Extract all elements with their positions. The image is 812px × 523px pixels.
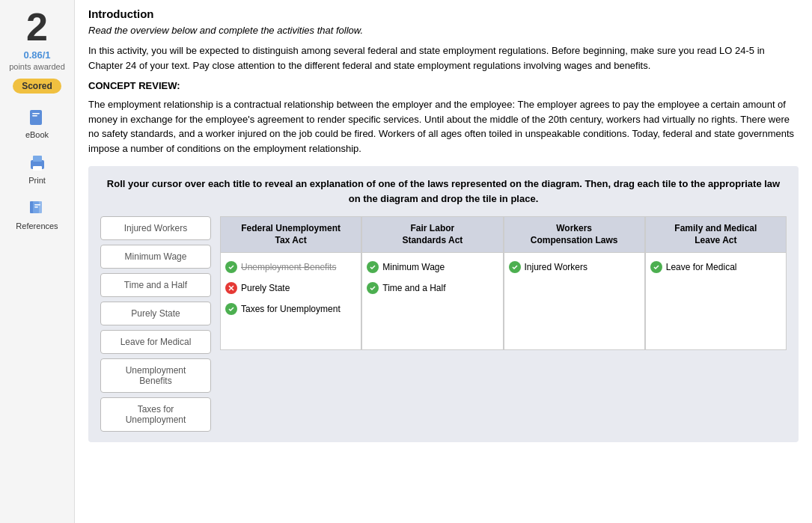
svg-rect-8 xyxy=(34,204,40,206)
drop-item-unemployment-benefits: Unemployment Benefits xyxy=(225,259,356,275)
ebook-icon xyxy=(26,107,47,128)
print-icon xyxy=(27,153,48,174)
item-text-leave-for-medical: Leave for Medical xyxy=(666,262,737,272)
check-icon-taxes-for-unemployment xyxy=(225,303,237,315)
tile-injured-workers[interactable]: Injured Workers xyxy=(100,216,211,240)
check-icon-time-and-a-half xyxy=(367,282,379,294)
col-family-medical: Family and MedicalLeave Act Leave for Me… xyxy=(645,216,787,350)
tile-time-and-a-half[interactable]: Time and a Half xyxy=(100,273,211,297)
intro-subtitle: Read the overview below and complete the… xyxy=(88,25,799,36)
drop-item-minimum-wage: Minimum Wage xyxy=(367,259,498,275)
item-text-injured-workers: Injured Workers xyxy=(525,262,587,272)
drop-item-time-and-a-half: Time and a Half xyxy=(367,280,498,296)
svg-rect-2 xyxy=(32,115,37,117)
drop-item-purely-state: Purely State xyxy=(225,280,356,296)
drop-item-taxes-for-unemployment: Taxes for Unemployment xyxy=(225,301,356,317)
item-text-minimum-wage: Minimum Wage xyxy=(382,262,445,272)
tile-taxes-for-unemployment[interactable]: Taxes for Unemployment xyxy=(100,397,211,432)
col-header-workers-comp: WorkersCompensation Laws xyxy=(504,216,645,253)
ebook-button[interactable]: eBook xyxy=(25,107,49,139)
col-header-fair-labor: Fair LaborStandards Act xyxy=(361,216,503,253)
scored-badge: Scored xyxy=(13,79,61,94)
check-icon-leave-for-medical xyxy=(650,261,662,273)
tile-unemployment-benefits[interactable]: Unemployment Benefits xyxy=(100,358,211,393)
col-workers-comp: WorkersCompensation Laws Injured Workers xyxy=(504,216,645,350)
item-text-time-and-a-half: Time and a Half xyxy=(382,283,445,293)
item-text-unemployment-benefits: Unemployment Benefits xyxy=(241,262,336,272)
svg-rect-5 xyxy=(33,166,42,171)
svg-rect-0 xyxy=(30,110,42,125)
col-header-federal-unemployment: Federal UnemploymentTax Act xyxy=(220,216,361,253)
check-icon-injured-workers xyxy=(509,261,521,273)
references-icon xyxy=(26,198,47,219)
col-body-fair-labor[interactable]: Minimum Wage Time and a Half xyxy=(361,253,503,350)
svg-rect-9 xyxy=(34,207,38,208)
check-icon-minimum-wage xyxy=(367,261,379,273)
points-label: points awarded xyxy=(9,62,65,71)
activity-main: Injured Workers Minimum Wage Time and a … xyxy=(100,216,787,432)
activity-box: Roll your cursor over each title to reve… xyxy=(88,166,799,442)
print-button[interactable]: Print xyxy=(27,153,48,185)
col-federal-unemployment: Federal UnemploymentTax Act Unemployment… xyxy=(220,216,361,350)
tiles-column: Injured Workers Minimum Wage Time and a … xyxy=(100,216,211,432)
diagram-columns: Federal UnemploymentTax Act Unemployment… xyxy=(220,216,787,350)
intro-body: In this activity, you will be expected t… xyxy=(88,43,799,73)
svg-rect-1 xyxy=(32,113,40,114)
references-button[interactable]: References xyxy=(16,198,58,230)
print-label: Print xyxy=(28,176,46,185)
x-icon-purely-state xyxy=(225,282,237,294)
drop-item-injured-workers: Injured Workers xyxy=(509,259,640,275)
tile-minimum-wage[interactable]: Minimum Wage xyxy=(100,245,211,269)
col-header-family-medical: Family and MedicalLeave Act xyxy=(645,216,787,253)
main-content: Introduction Read the overview below and… xyxy=(75,0,812,523)
col-body-federal-unemployment[interactable]: Unemployment Benefits Purely State xyxy=(220,253,361,350)
concept-review-label: CONCEPT REVIEW: xyxy=(88,80,799,91)
references-label: References xyxy=(16,221,58,230)
sidebar: 2 0.86/1 points awarded Scored eBook Pri… xyxy=(0,0,75,523)
col-body-family-medical[interactable]: Leave for Medical xyxy=(645,253,787,350)
svg-rect-4 xyxy=(33,156,42,162)
item-text-taxes-for-unemployment: Taxes for Unemployment xyxy=(241,304,341,314)
tile-leave-for-medical[interactable]: Leave for Medical xyxy=(100,330,211,354)
concept-body: The employment relationship is a contrac… xyxy=(88,97,799,156)
item-text-purely-state: Purely State xyxy=(241,283,290,293)
col-body-workers-comp[interactable]: Injured Workers xyxy=(504,253,645,350)
intro-title: Introduction xyxy=(88,7,799,20)
ebook-label: eBook xyxy=(25,130,49,139)
diagram-area: Federal UnemploymentTax Act Unemployment… xyxy=(220,216,787,432)
activity-instruction: Roll your cursor over each title to reve… xyxy=(100,177,787,206)
drop-item-leave-for-medical: Leave for Medical xyxy=(650,259,781,275)
check-icon-unemployment-benefits xyxy=(225,261,237,273)
col-fair-labor: Fair LaborStandards Act Minimum Wage xyxy=(361,216,503,350)
score-value: 0.86/1 xyxy=(23,49,50,61)
tile-purely-state[interactable]: Purely State xyxy=(100,302,211,325)
score-number: 2 xyxy=(26,7,48,46)
